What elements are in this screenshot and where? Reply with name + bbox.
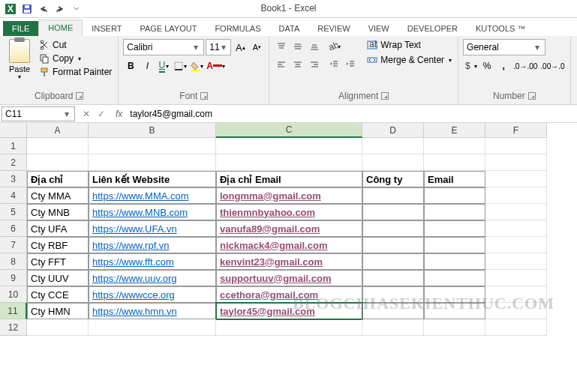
cell-C2[interactable] <box>216 154 362 171</box>
cell-C9[interactable]: supportuuv@gmail.com <box>216 270 362 286</box>
cell-F3[interactable] <box>485 171 547 187</box>
cell-D10[interactable] <box>362 286 424 303</box>
comma-button[interactable]: , <box>496 58 511 73</box>
cell-C10[interactable]: ccethora@gmail.com <box>216 286 362 303</box>
cell-E6[interactable] <box>424 220 485 237</box>
font-name-combo[interactable]: Calibri▾ <box>123 39 204 55</box>
percent-button[interactable]: % <box>479 58 494 73</box>
undo-icon[interactable] <box>36 1 51 16</box>
cell-E9[interactable] <box>424 270 485 286</box>
worksheet-grid[interactable]: 123456789101112 ABCDEF Địa chỉLiên kết W… <box>0 123 577 336</box>
cell-D2[interactable] <box>362 154 424 171</box>
cell-F10[interactable] <box>485 286 547 303</box>
cell-C4[interactable]: longmma@gmail.com <box>216 187 362 204</box>
cell-D7[interactable] <box>362 237 424 253</box>
cell-A5[interactable]: Cty MNB <box>27 204 89 220</box>
tab-file[interactable]: FILE <box>3 21 38 36</box>
font-dialog-launcher[interactable] <box>200 92 208 100</box>
cell-C5[interactable]: thienmnbyahoo.com <box>216 204 362 220</box>
cut-button[interactable]: Cut <box>38 39 113 51</box>
cell-B6[interactable]: https://www.UFA.vn <box>89 220 216 237</box>
cell-D1[interactable] <box>362 138 424 154</box>
col-header-D[interactable]: D <box>362 123 424 138</box>
cell-B8[interactable]: https://www.fft.com <box>89 253 216 270</box>
cell-F5[interactable] <box>485 204 547 220</box>
font-color-button[interactable]: A▾ <box>206 58 226 73</box>
number-format-combo[interactable]: General▾ <box>463 39 545 55</box>
align-bottom-button[interactable] <box>307 39 322 54</box>
cell-D3[interactable]: Công ty <box>362 171 424 187</box>
row-header-5[interactable]: 5 <box>0 204 27 220</box>
cell-F7[interactable] <box>485 237 547 253</box>
row-header-6[interactable]: 6 <box>0 220 27 237</box>
fill-color-button[interactable]: ▾ <box>189 58 204 73</box>
increase-font-button[interactable]: A▴ <box>233 40 248 55</box>
cell-C12[interactable] <box>216 319 362 336</box>
merge-center-button[interactable]: Merge & Center▾ <box>365 54 453 66</box>
underline-button[interactable]: U▾ <box>156 58 171 73</box>
cell-D6[interactable] <box>362 220 424 237</box>
col-header-A[interactable]: A <box>27 123 89 138</box>
cell-E2[interactable] <box>424 154 485 171</box>
decrease-indent-button[interactable] <box>326 57 341 72</box>
cell-F6[interactable] <box>485 220 547 237</box>
increase-indent-button[interactable] <box>343 57 358 72</box>
enter-icon[interactable]: ✓ <box>95 109 108 119</box>
increase-decimal-button[interactable]: .0→.00 <box>512 58 538 73</box>
wrap-text-button[interactable]: abWrap Text <box>365 39 453 51</box>
row-header-10[interactable]: 10 <box>0 286 27 303</box>
cell-A8[interactable]: Cty FFT <box>27 253 89 270</box>
cell-A1[interactable] <box>27 138 89 154</box>
row-header-1[interactable]: 1 <box>0 138 27 154</box>
italic-button[interactable]: I <box>140 58 155 73</box>
tab-kutools[interactable]: KUTOOLS ™ <box>467 21 534 36</box>
cell-F1[interactable] <box>485 138 547 154</box>
accounting-format-button[interactable]: $▾ <box>463 58 478 73</box>
cell-A2[interactable] <box>27 154 89 171</box>
cell-E11[interactable] <box>424 303 485 319</box>
cell-A4[interactable]: Cty MMA <box>27 187 89 204</box>
cell-E1[interactable] <box>424 138 485 154</box>
decrease-decimal-button[interactable]: .00→.0 <box>539 58 565 73</box>
excel-icon[interactable]: X <box>3 1 18 16</box>
align-top-button[interactable] <box>274 39 289 54</box>
cell-A6[interactable]: Cty UFA <box>27 220 89 237</box>
cell-B1[interactable] <box>89 138 216 154</box>
cell-A11[interactable]: Cty HMN <box>27 303 89 319</box>
cell-B11[interactable]: https://www.hmn.vn <box>89 303 216 319</box>
cell-B9[interactable]: https://www.uuv.org <box>89 270 216 286</box>
cell-C3[interactable]: Địa chỉ Email <box>216 171 362 187</box>
cell-E10[interactable] <box>424 286 485 303</box>
row-header-12[interactable]: 12 <box>0 319 27 336</box>
cell-B5[interactable]: https://www.MNB.com <box>89 204 216 220</box>
col-header-C[interactable]: C <box>216 123 362 138</box>
row-header-8[interactable]: 8 <box>0 253 27 270</box>
fx-icon[interactable]: fx <box>116 109 122 119</box>
cell-E12[interactable] <box>424 319 485 336</box>
cell-F8[interactable] <box>485 253 547 270</box>
col-header-E[interactable]: E <box>424 123 485 138</box>
align-center-button[interactable] <box>290 57 305 72</box>
cell-E5[interactable] <box>424 204 485 220</box>
cell-D9[interactable] <box>362 270 424 286</box>
row-header-7[interactable]: 7 <box>0 237 27 253</box>
cell-B10[interactable]: https://wwwcce.org <box>89 286 216 303</box>
cell-F11[interactable] <box>485 303 547 319</box>
cell-F9[interactable] <box>485 270 547 286</box>
formula-input[interactable] <box>127 106 577 121</box>
align-left-button[interactable] <box>274 57 289 72</box>
cell-A10[interactable]: Cty CCE <box>27 286 89 303</box>
row-header-3[interactable]: 3 <box>0 171 27 187</box>
format-painter-button[interactable]: Format Painter <box>38 66 113 78</box>
qat-customize-icon[interactable] <box>69 1 84 16</box>
cell-A3[interactable]: Địa chỉ <box>27 171 89 187</box>
tab-developer[interactable]: DEVELOPER <box>398 21 467 36</box>
cell-F2[interactable] <box>485 154 547 171</box>
tab-review[interactable]: REVIEW <box>308 21 359 36</box>
name-box[interactable]: C11▾ <box>2 106 75 121</box>
cell-D8[interactable] <box>362 253 424 270</box>
cell-B12[interactable] <box>89 319 216 336</box>
tab-home[interactable]: HOME <box>38 19 83 36</box>
tab-page-layout[interactable]: PAGE LAYOUT <box>131 21 206 36</box>
save-icon[interactable] <box>20 1 35 16</box>
